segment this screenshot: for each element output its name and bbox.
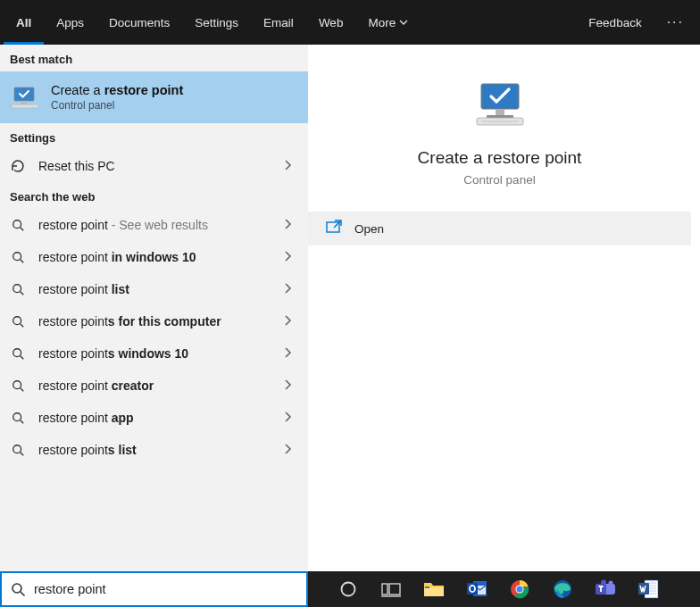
taskbar-edge[interactable] bbox=[542, 571, 583, 607]
svg-rect-33 bbox=[425, 586, 429, 588]
preview-title: Create a restore point bbox=[308, 148, 691, 168]
svg-point-26 bbox=[12, 584, 21, 593]
svg-rect-32 bbox=[424, 587, 444, 596]
chevron-right-icon bbox=[283, 345, 292, 362]
svg-line-5 bbox=[20, 227, 23, 230]
search-icon bbox=[10, 219, 26, 232]
svg-rect-3 bbox=[12, 104, 38, 108]
feedback-link[interactable]: Feedback bbox=[576, 0, 654, 45]
chevron-right-icon bbox=[283, 281, 292, 297]
svg-line-11 bbox=[20, 323, 23, 327]
preview-card: Create a restore point Control panel bbox=[308, 54, 691, 204]
preview-panel: Create a restore point Control panel Ope… bbox=[308, 45, 700, 571]
search-input[interactable] bbox=[34, 582, 306, 596]
chevron-right-icon bbox=[283, 410, 292, 426]
chevron-right-icon bbox=[283, 313, 292, 329]
taskbar-chrome[interactable] bbox=[499, 571, 540, 607]
taskbar-outlook[interactable] bbox=[456, 571, 497, 607]
svg-line-19 bbox=[20, 452, 23, 455]
search-icon bbox=[10, 444, 26, 457]
svg-point-12 bbox=[12, 348, 21, 356]
web-result-label: restore point - See web results bbox=[38, 218, 208, 232]
tab-more[interactable]: More bbox=[355, 0, 421, 45]
svg-rect-29 bbox=[382, 584, 388, 595]
svg-line-7 bbox=[20, 259, 23, 262]
svg-point-16 bbox=[12, 412, 21, 420]
chevron-right-icon bbox=[283, 158, 292, 174]
svg-point-6 bbox=[12, 252, 21, 260]
reset-icon bbox=[10, 158, 26, 174]
results-panel: Best match Create a restore point Contro… bbox=[0, 45, 308, 571]
search-icon bbox=[10, 379, 26, 393]
svg-rect-30 bbox=[389, 584, 400, 595]
more-options-button[interactable]: ··· bbox=[654, 14, 696, 30]
svg-point-14 bbox=[12, 380, 21, 388]
tab-apps[interactable]: Apps bbox=[44, 0, 96, 45]
web-result-label: restore points windows 10 bbox=[38, 346, 188, 361]
svg-point-10 bbox=[12, 316, 21, 324]
settings-result-label: Reset this PC bbox=[38, 159, 115, 173]
svg-point-43 bbox=[609, 581, 613, 586]
svg-line-9 bbox=[20, 291, 23, 295]
chevron-right-icon bbox=[283, 378, 292, 394]
web-result[interactable]: restore points for this computer bbox=[0, 305, 308, 337]
search-box[interactable] bbox=[0, 571, 308, 607]
chevron-down-icon bbox=[399, 18, 408, 27]
tab-email[interactable]: Email bbox=[251, 0, 306, 45]
best-match-result[interactable]: Create a restore point Control panel bbox=[0, 71, 308, 123]
web-result-label: restore point in windows 10 bbox=[38, 250, 196, 264]
svg-point-40 bbox=[516, 586, 522, 592]
taskbar-file-explorer[interactable] bbox=[413, 571, 454, 607]
web-result[interactable]: restore point in windows 10 bbox=[0, 241, 308, 273]
web-result-label: restore point list bbox=[38, 282, 129, 296]
best-match-subtitle: Control panel bbox=[51, 99, 183, 112]
web-result[interactable]: restore point list bbox=[0, 273, 308, 305]
svg-point-28 bbox=[342, 583, 355, 596]
svg-line-13 bbox=[20, 355, 23, 359]
taskbar-cortana[interactable] bbox=[328, 571, 369, 607]
search-icon bbox=[2, 582, 34, 597]
best-match-title: Create a restore point bbox=[51, 83, 183, 97]
preview-subtitle: Control panel bbox=[308, 173, 691, 187]
settings-header: Settings bbox=[0, 123, 308, 150]
system-properties-icon bbox=[10, 84, 42, 111]
search-icon bbox=[10, 347, 26, 361]
svg-point-4 bbox=[12, 220, 21, 228]
search-icon bbox=[10, 251, 26, 264]
svg-line-27 bbox=[21, 592, 25, 596]
taskbar-word[interactable] bbox=[628, 571, 669, 607]
search-icon bbox=[10, 283, 26, 296]
best-match-header: Best match bbox=[0, 45, 308, 71]
web-result[interactable]: restore point - See web results bbox=[0, 209, 308, 241]
web-result-label: restore point creator bbox=[38, 378, 154, 393]
web-result[interactable]: restore points list bbox=[0, 434, 308, 466]
svg-rect-36 bbox=[467, 583, 478, 595]
tab-all[interactable]: All bbox=[4, 0, 44, 45]
settings-result-reset-pc[interactable]: Reset this PC bbox=[0, 150, 308, 182]
taskbar-task-view[interactable] bbox=[371, 571, 412, 607]
system-properties-large-icon bbox=[469, 80, 531, 136]
search-filter-tabs: All Apps Documents Settings Email Web Mo… bbox=[0, 0, 700, 45]
taskbar-teams[interactable] bbox=[585, 571, 626, 607]
search-web-header: Search the web bbox=[0, 182, 308, 209]
web-result-label: restore points for this computer bbox=[38, 314, 221, 328]
chevron-right-icon bbox=[283, 249, 292, 265]
web-result[interactable]: restore point creator bbox=[0, 370, 308, 402]
web-result[interactable]: restore point app bbox=[0, 402, 308, 434]
tab-more-label: More bbox=[368, 16, 396, 29]
chevron-right-icon bbox=[283, 442, 292, 458]
open-action[interactable]: Open bbox=[308, 212, 691, 245]
web-result[interactable]: restore points windows 10 bbox=[0, 337, 308, 370]
web-result-label: restore points list bbox=[38, 443, 137, 457]
svg-point-18 bbox=[12, 445, 21, 453]
tab-documents[interactable]: Documents bbox=[96, 0, 182, 45]
web-result-label: restore point app bbox=[38, 411, 134, 425]
tab-settings[interactable]: Settings bbox=[182, 0, 251, 45]
taskbar bbox=[308, 571, 700, 607]
svg-rect-0 bbox=[14, 87, 34, 101]
svg-point-8 bbox=[12, 284, 21, 292]
open-icon bbox=[326, 220, 342, 237]
search-icon bbox=[10, 315, 26, 328]
svg-line-17 bbox=[20, 420, 23, 423]
tab-web[interactable]: Web bbox=[306, 0, 356, 45]
